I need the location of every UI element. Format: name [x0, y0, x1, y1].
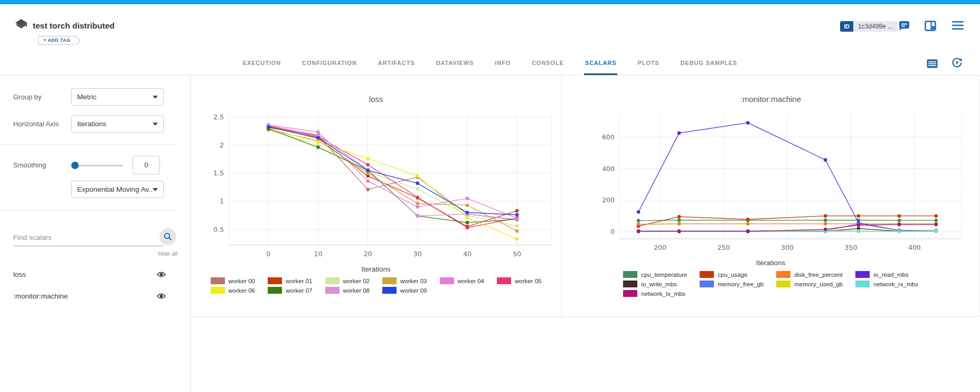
legend-item[interactable]: memory_used_gb — [776, 281, 843, 287]
legend-swatch — [382, 287, 397, 294]
chart-canvas[interactable]: 2002503003504000200400600 — [568, 110, 974, 258]
legend-item[interactable]: worker 07 — [268, 287, 313, 294]
scalar-row: loss — [13, 270, 164, 278]
legend-item[interactable]: worker 04 — [440, 277, 485, 284]
legend-label: worker 08 — [343, 287, 370, 294]
legend-item[interactable]: network_tx_mbs — [623, 290, 687, 297]
legend-label: worker 05 — [515, 278, 542, 284]
legend-swatch — [497, 277, 511, 284]
legend-item[interactable]: worker 00 — [211, 277, 256, 284]
legend-swatch — [211, 277, 225, 284]
legend-item[interactable]: io_write_mbs — [623, 281, 687, 287]
tab-execution[interactable]: EXECUTION — [242, 60, 282, 75]
smoothing-algorithm-value: Exponential Moving Av... — [77, 185, 153, 193]
search-input[interactable] — [13, 231, 164, 246]
eye-icon[interactable] — [157, 271, 166, 278]
menu-icon[interactable] — [951, 21, 964, 32]
chart-xlabel: Iterations — [756, 259, 786, 267]
legend-label: worker 04 — [458, 278, 485, 284]
legend-item[interactable]: memory_free_gb — [700, 281, 764, 287]
chevron-down-icon — [153, 96, 158, 99]
divider — [0, 210, 177, 210]
legend-label: worker 03 — [400, 278, 427, 284]
tab-configuration[interactable]: CONFIGURATION — [301, 60, 358, 75]
comment-icon[interactable] — [898, 21, 910, 33]
legend-label: worker 09 — [400, 287, 427, 294]
legend-item[interactable]: worker 09 — [382, 287, 427, 294]
chevron-down-icon — [153, 123, 158, 126]
legend-item[interactable]: cpu_temperature — [623, 271, 687, 278]
smoothing-label: Smoothing — [13, 161, 71, 169]
legend-swatch — [268, 277, 282, 284]
legend-swatch — [440, 277, 454, 284]
legend-item[interactable]: worker 08 — [325, 287, 370, 294]
legend-label: cpu_temperature — [641, 272, 687, 278]
search-icon — [164, 232, 172, 241]
legend-item[interactable]: io_read_mbs — [855, 271, 918, 278]
legend-item[interactable]: disk_free_percent — [776, 271, 843, 278]
legend-swatch — [700, 281, 714, 287]
legend-swatch — [325, 287, 340, 294]
experiment-id[interactable]: ID 1c3d499e ... — [840, 21, 898, 32]
eye-icon[interactable] — [157, 293, 166, 300]
table-view-icon[interactable] — [927, 59, 938, 70]
tab-plots[interactable]: PLOTS — [636, 60, 660, 75]
legend-swatch — [776, 271, 790, 278]
legend-label: cpu_usage — [718, 272, 747, 278]
svg-text:400: 400 — [602, 165, 615, 173]
svg-text:1: 1 — [220, 197, 224, 205]
search-button[interactable] — [159, 228, 176, 245]
tab-list: EXECUTIONCONFIGURATIONARTIFACTSDATAVIEWS… — [0, 60, 980, 75]
tab-console[interactable]: CONSOLE — [531, 60, 565, 75]
legend-item[interactable]: worker 06 — [211, 287, 256, 294]
tab-debug-samples[interactable]: DEBUG SAMPLES — [680, 60, 739, 75]
horizontal-axis-select[interactable]: Iterations — [71, 115, 164, 133]
svg-text:0: 0 — [266, 250, 270, 258]
hide-all-button[interactable]: Hide all — [13, 250, 177, 257]
auto-refresh-icon[interactable] — [951, 57, 963, 70]
horizontal-axis-label: Horizontal Axis — [13, 120, 71, 128]
tab-dataviews[interactable]: DATAVIEWS — [435, 60, 475, 75]
svg-text:30: 30 — [413, 250, 422, 258]
legend-item[interactable]: cpu_usage — [700, 271, 764, 278]
scalar-row: :monitor:machine — [13, 292, 164, 300]
svg-text:600: 600 — [602, 133, 615, 141]
main-content: Group by Metric Horizontal Axis Iteratio… — [0, 76, 980, 392]
legend-item[interactable]: network_rx_mbs — [855, 281, 918, 287]
smoothing-value-input[interactable] — [133, 156, 160, 174]
smoothing-algorithm-select[interactable]: Exponential Moving Av... — [71, 181, 164, 198]
chevron-down-icon — [153, 188, 158, 191]
chart-svg[interactable]: 010203040500.511.522.5 — [194, 110, 558, 262]
tab-scalars[interactable]: SCALARS — [584, 60, 617, 75]
tab-artifacts[interactable]: ARTIFACTS — [377, 60, 416, 75]
slider-knob[interactable] — [71, 162, 79, 169]
legend-label: worker 01 — [286, 278, 313, 284]
add-tag-button[interactable]: + ADD TAG — [38, 36, 76, 45]
legend-swatch — [382, 277, 397, 284]
svg-text:20: 20 — [364, 250, 372, 258]
layout-icon[interactable] — [925, 21, 936, 33]
smoothing-slider[interactable] — [71, 162, 123, 169]
group-by-select[interactable]: Metric — [71, 88, 164, 106]
legend-swatch — [623, 290, 637, 297]
chart-panel-monitor-machine: :monitor:machine 20025030035040002004006… — [561, 76, 980, 316]
svg-text:0: 0 — [610, 228, 615, 236]
legend-item[interactable]: worker 02 — [325, 277, 370, 284]
tab-info[interactable]: INFO — [494, 60, 512, 75]
svg-text:50: 50 — [513, 250, 521, 258]
svg-text:400: 400 — [908, 244, 920, 251]
svg-text:350: 350 — [844, 244, 857, 251]
legend-item[interactable]: worker 03 — [382, 277, 427, 284]
svg-text:2.5: 2.5 — [213, 113, 224, 121]
legend-swatch — [700, 271, 714, 278]
legend-item[interactable]: worker 01 — [268, 277, 313, 284]
legend-label: network_rx_mbs — [873, 281, 918, 287]
chart-canvas[interactable]: 010203040500.511.522.5 — [194, 110, 558, 264]
legend-swatch — [325, 277, 340, 284]
legend-label: worker 00 — [229, 278, 256, 284]
legend-label: worker 07 — [286, 287, 313, 294]
chart-xlabel: Iterations — [361, 265, 391, 273]
chart-svg[interactable]: 2002503003504000200400600 — [568, 110, 974, 256]
legend-item[interactable]: worker 05 — [497, 277, 542, 284]
slider-track[interactable] — [71, 165, 123, 166]
